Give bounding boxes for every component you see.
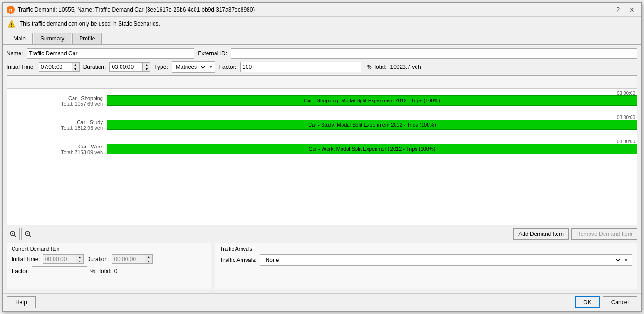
initial-time-input[interactable] (39, 63, 72, 71)
initial-time-arrows: ▲ ▼ (72, 63, 79, 71)
name-label: Name: (7, 50, 23, 57)
duration-spinner: ▲ ▼ (109, 62, 150, 72)
warning-bar: ! This traffic demand can only be used i… (3, 17, 641, 31)
demand-duration-arrows: ▲ ▼ (145, 255, 152, 263)
type-label: Type: (154, 64, 168, 70)
tab-summary[interactable]: Summary (34, 33, 71, 44)
remove-demand-button[interactable]: Remove Demand Item (571, 228, 637, 240)
main-window: n Traffic Demand: 10555, Name: Traffic D… (2, 2, 642, 312)
footer-right: OK Cancel (575, 296, 637, 308)
svg-line-3 (14, 235, 16, 237)
demand-duration-spinner: ▲ ▼ (112, 254, 153, 264)
zoom-in-icon (9, 230, 17, 238)
content-area: Name: External ID: Initial Time: ▲ ▼ Dur… (3, 45, 641, 293)
row-name-1: Car - Study (77, 120, 103, 125)
arrivals-select-wrapper: None ▼ (260, 254, 632, 266)
footer-left: Help (7, 296, 36, 308)
app-icon: n (7, 6, 15, 14)
arrivals-row: Traffic Arrivals: None ▼ (220, 254, 632, 266)
settings-row: Initial Time: ▲ ▼ Duration: ▲ ▼ Type: (7, 61, 637, 73)
gantt-bar-1[interactable]: Car - Study: Modal Split Experiment 2012… (107, 120, 637, 130)
type-select-wrapper: Matrices ▼ (172, 61, 215, 73)
gantt-bar-2[interactable]: Car - Work: Modal Split Experiment 2012 … (107, 144, 637, 154)
lower-panels: Current Demand Item Initial Time: ▲ ▼ Du… (7, 243, 637, 289)
demand-initial-time-spinner: ▲ ▼ (43, 254, 84, 264)
footer: Help OK Cancel (3, 293, 641, 311)
svg-line-7 (29, 235, 31, 237)
demand-total-label: Total: (98, 268, 112, 274)
add-demand-button[interactable]: Add Demand Item (513, 228, 569, 240)
close-button[interactable]: ✕ (626, 5, 637, 14)
bottom-toolbar: Add Demand Item Remove Demand Item (7, 228, 637, 240)
initial-time-down[interactable]: ▼ (72, 67, 79, 71)
duration-label: Duration: (83, 64, 106, 70)
cancel-button[interactable]: Cancel (603, 296, 637, 308)
name-row: Name: External ID: (7, 48, 637, 59)
demand-factor-label: Factor: (12, 268, 29, 274)
duration-up[interactable]: ▲ (142, 63, 150, 67)
gantt-body: Car - ShoppingTotal: 1057.69 veh03:00:00… (7, 89, 637, 225)
demand-duration-label: Duration: (87, 256, 109, 262)
external-id-input[interactable] (231, 48, 637, 59)
demand-initial-time-input[interactable] (43, 255, 76, 263)
gantt-header: 07:0007:1507:3007:4508:0008:1508:3008:45… (7, 76, 637, 89)
gantt-row-label-0: Car - ShoppingTotal: 1057.69 veh (7, 89, 107, 113)
demand-time-up[interactable]: ▲ (76, 255, 83, 259)
factor-label: Factor: (219, 64, 236, 70)
total-value: 10023.7 veh (390, 64, 421, 70)
row-total-0: Total: 1057.69 veh (61, 101, 103, 107)
arrivals-select[interactable]: None (262, 255, 622, 265)
warning-text: This traffic demand can only be used in … (20, 20, 160, 27)
gantt-row-label-2: Car - WorkTotal: 7153.09 veh (7, 137, 107, 161)
type-select[interactable]: Matrices (172, 62, 207, 72)
zoom-in-button[interactable] (7, 228, 20, 240)
gantt-row-content-2: 03:00:00Car - Work: Modal Split Experime… (107, 137, 637, 161)
demand-initial-time-label: Initial Time: (12, 256, 40, 262)
duration-arrows: ▲ ▼ (142, 63, 150, 71)
zoom-buttons (7, 228, 34, 240)
zoom-out-button[interactable] (21, 228, 34, 240)
current-demand-panel: Current Demand Item Initial Time: ▲ ▼ Du… (7, 243, 211, 289)
demand-duration-input[interactable] (112, 255, 145, 263)
gantt-row-label-1: Car - StudyTotal: 1812.93 veh (7, 113, 107, 137)
window-title: Traffic Demand: 10555, Name: Traffic Dem… (18, 7, 255, 13)
zoom-out-icon (24, 230, 32, 238)
row-total-2: Total: 7153.09 veh (61, 149, 103, 155)
demand-dur-up[interactable]: ▲ (145, 255, 152, 259)
title-bar-controls: ? ✕ (613, 5, 637, 14)
initial-time-spinner: ▲ ▼ (39, 62, 80, 72)
traffic-arrivals-panel: Traffic Arrivals Traffic Arrivals: None … (215, 243, 637, 289)
gantt-bar-0[interactable]: Car - Shopping: Modal Split Experiment 2… (107, 95, 637, 106)
external-id-label: External ID: (198, 50, 227, 57)
svg-text:!: ! (11, 22, 12, 27)
demand-time-down[interactable]: ▼ (76, 259, 83, 263)
title-bar: n Traffic Demand: 10555, Name: Traffic D… (3, 3, 641, 17)
row-name-2: Car - Work (78, 144, 103, 149)
gantt-row-content-0: 03:00:00Car - Shopping: Modal Split Expe… (107, 89, 637, 113)
demand-factor-row: Factor: % Total: 0 (12, 266, 206, 276)
total-label: % Total: (367, 64, 386, 70)
demand-factor-input[interactable] (32, 266, 87, 276)
factor-input[interactable] (240, 62, 361, 72)
name-input[interactable] (27, 48, 194, 59)
help-button[interactable]: Help (7, 296, 36, 308)
demand-total-value: 0 (114, 268, 118, 274)
warning-icon: ! (7, 20, 16, 28)
tab-main[interactable]: Main (7, 33, 33, 44)
duration-input[interactable] (110, 63, 142, 71)
duration-down[interactable]: ▼ (142, 67, 150, 71)
ok-button[interactable]: OK (575, 296, 599, 308)
gantt-row-1: Car - StudyTotal: 1812.93 veh03:00:00Car… (7, 113, 637, 137)
demand-percent: % (90, 268, 95, 274)
gantt-row-2: Car - WorkTotal: 7153.09 veh03:00:00Car … (7, 137, 637, 161)
type-dropdown-arrow: ▼ (207, 62, 215, 72)
demand-time-arrows: ▲ ▼ (76, 255, 83, 263)
gantt-row-content-1: 03:00:00Car - Study: Modal Split Experim… (107, 113, 637, 137)
current-demand-title: Current Demand Item (12, 246, 206, 252)
demand-dur-down[interactable]: ▼ (145, 259, 152, 263)
tab-profile[interactable]: Profile (72, 33, 102, 44)
initial-time-up[interactable]: ▲ (72, 63, 79, 67)
title-bar-left: n Traffic Demand: 10555, Name: Traffic D… (7, 6, 255, 14)
help-icon-btn[interactable]: ? (613, 5, 623, 14)
demand-time-row: Initial Time: ▲ ▼ Duration: ▲ ▼ (12, 254, 206, 264)
